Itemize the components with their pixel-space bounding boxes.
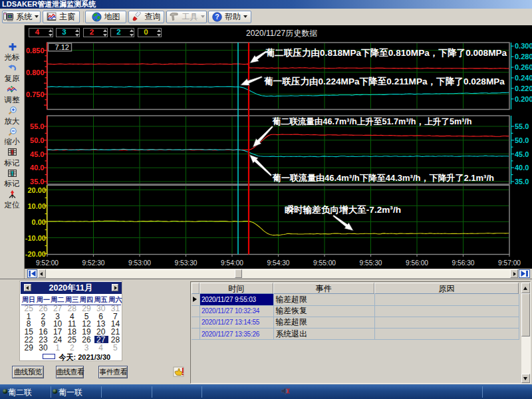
svg-text:55.0: 55.0: [30, 122, 44, 130]
svg-text:40.0: 40.0: [515, 164, 529, 172]
svg-text:葡一联压力由0.224MPa下降至0.211MPa，下降了0: 葡一联压力由0.224MPa下降至0.211MPa，下降了0.028MPa: [263, 76, 505, 86]
svg-text:葡一联流量由46.4m³/h下降至44.3m³/h，下降升了: 葡一联流量由46.4m³/h下降至44.3m³/h，下降升了2.1m³/h: [272, 173, 494, 183]
svg-text:-10.00: -10.00: [25, 234, 46, 242]
svg-text:9:54:00: 9:54:00: [221, 259, 243, 267]
svg-text:10.00: 10.00: [27, 202, 46, 210]
svg-text:9:55:30: 9:55:30: [360, 259, 382, 267]
svg-text:35.0: 35.0: [515, 178, 529, 186]
svg-text:0.00: 0.00: [32, 218, 46, 226]
svg-text:葡二联压力由0.818MPa下降至0.810MPa，下降了0: 葡二联压力由0.818MPa下降至0.810MPa，下降了0.008MPa: [265, 48, 507, 58]
svg-text:50.0: 50.0: [30, 136, 44, 144]
svg-text:-20.00: -20.00: [25, 250, 46, 258]
svg-text:9:52:00: 9:52:00: [36, 259, 59, 267]
svg-text:0.800: 0.800: [26, 68, 45, 76]
svg-text:9:56:00: 9:56:00: [406, 259, 428, 267]
svg-text:40.0: 40.0: [30, 164, 44, 172]
svg-text:0.260: 0.260: [515, 63, 532, 71]
svg-text:0.300: 0.300: [515, 42, 532, 50]
svg-text:9:57:00: 9:57:00: [498, 259, 521, 267]
svg-text:35.0: 35.0: [30, 178, 44, 186]
svg-text:9:53:00: 9:53:00: [128, 259, 151, 267]
svg-text:0.200: 0.200: [515, 95, 532, 103]
svg-text:55.0: 55.0: [515, 122, 529, 130]
svg-text:0.280: 0.280: [515, 53, 532, 61]
svg-text:0.850: 0.850: [26, 47, 45, 55]
svg-text:0.750: 0.750: [26, 90, 45, 98]
svg-text:50.0: 50.0: [515, 136, 529, 144]
svg-text:9:52:30: 9:52:30: [82, 259, 105, 267]
svg-text:20.00: 20.00: [27, 186, 46, 194]
svg-text:45.0: 45.0: [30, 150, 44, 158]
svg-text:0.220: 0.220: [515, 84, 532, 92]
svg-text:0.240: 0.240: [515, 74, 532, 82]
svg-text:9:53:30: 9:53:30: [175, 259, 198, 267]
svg-text:7.12: 7.12: [55, 43, 69, 51]
svg-text:9:55:00: 9:55:00: [313, 259, 336, 267]
svg-text:葡二联流量由46.7m³/h上升至51.7m³/h，上升了5: 葡二联流量由46.7m³/h上升至51.7m³/h，上升了5m³/h: [272, 117, 472, 126]
svg-text:瞬时输差负向增大至-7.2m³/h: 瞬时输差负向增大至-7.2m³/h: [285, 204, 401, 215]
svg-text:9:54:30: 9:54:30: [267, 259, 290, 267]
svg-text:45.0: 45.0: [515, 150, 529, 158]
svg-text:9:56:30: 9:56:30: [452, 259, 475, 267]
